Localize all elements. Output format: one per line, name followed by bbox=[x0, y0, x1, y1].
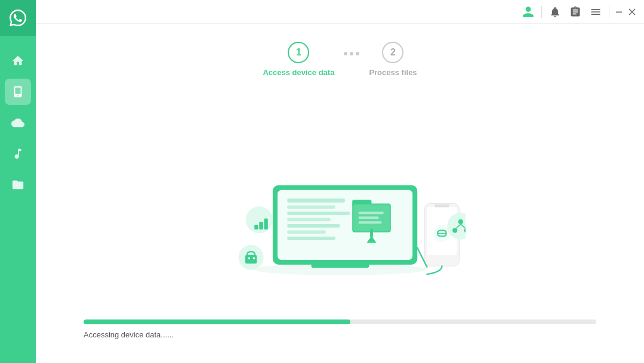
svg-rect-13 bbox=[287, 237, 335, 240]
illustration-area bbox=[36, 89, 644, 319]
svg-rect-28 bbox=[248, 257, 249, 259]
sidebar-nav bbox=[5, 36, 31, 363]
main-content: 1 Access device data 2 Process files bbox=[36, 0, 644, 363]
step-1-circle: 1 bbox=[288, 42, 309, 63]
step-1: 1 Access device data bbox=[263, 42, 334, 77]
svg-rect-9 bbox=[287, 212, 350, 215]
dot-2 bbox=[350, 52, 353, 55]
progress-area: Accessing device data...... bbox=[36, 319, 644, 363]
sidebar-item-device[interactable] bbox=[5, 79, 31, 105]
sidebar-item-cloud[interactable] bbox=[5, 110, 31, 136]
titlebar bbox=[36, 0, 644, 24]
sidebar-item-home[interactable] bbox=[5, 48, 31, 74]
progress-bar-container bbox=[84, 319, 596, 324]
progress-bar-fill bbox=[84, 319, 350, 324]
menu-icon[interactable] bbox=[587, 4, 604, 20]
titlebar-actions bbox=[520, 4, 637, 20]
profile-icon[interactable] bbox=[520, 4, 537, 20]
svg-point-36 bbox=[458, 219, 463, 224]
dot-3 bbox=[356, 52, 359, 55]
svg-rect-10 bbox=[287, 218, 331, 221]
step-connector bbox=[344, 52, 359, 67]
sidebar bbox=[0, 0, 36, 363]
svg-rect-7 bbox=[287, 198, 345, 202]
svg-rect-0 bbox=[616, 11, 622, 13]
illustration bbox=[215, 127, 466, 282]
steps-area: 1 Access device data 2 Process files bbox=[36, 24, 644, 89]
svg-rect-19 bbox=[358, 221, 381, 224]
svg-rect-18 bbox=[358, 216, 378, 219]
clipboard-icon[interactable] bbox=[567, 4, 584, 20]
sidebar-item-music[interactable] bbox=[5, 141, 31, 167]
titlebar-divider-2 bbox=[609, 6, 609, 18]
minimize-button[interactable] bbox=[614, 7, 624, 17]
svg-rect-24 bbox=[259, 222, 263, 229]
titlebar-divider-1 bbox=[541, 6, 542, 18]
progress-status-text: Accessing device data...... bbox=[84, 330, 596, 339]
step-2-label: Process files bbox=[369, 68, 417, 77]
svg-rect-17 bbox=[358, 212, 383, 214]
dot-1 bbox=[344, 52, 347, 55]
app-logo bbox=[0, 0, 36, 36]
svg-rect-25 bbox=[264, 218, 267, 229]
svg-point-22 bbox=[245, 206, 272, 233]
svg-rect-21 bbox=[370, 228, 373, 237]
sidebar-item-files[interactable] bbox=[5, 172, 31, 198]
step-2-circle: 2 bbox=[382, 42, 403, 63]
svg-rect-11 bbox=[287, 224, 340, 228]
step-2: 2 Process files bbox=[369, 42, 417, 77]
svg-point-37 bbox=[452, 228, 457, 232]
svg-rect-8 bbox=[287, 205, 335, 209]
svg-rect-32 bbox=[435, 204, 449, 207]
step-1-label: Access device data bbox=[263, 68, 334, 77]
svg-rect-12 bbox=[287, 230, 326, 234]
close-button[interactable] bbox=[627, 7, 637, 17]
svg-rect-27 bbox=[245, 255, 256, 263]
svg-rect-23 bbox=[254, 224, 258, 229]
bell-icon[interactable] bbox=[547, 4, 563, 20]
svg-rect-29 bbox=[252, 257, 254, 259]
